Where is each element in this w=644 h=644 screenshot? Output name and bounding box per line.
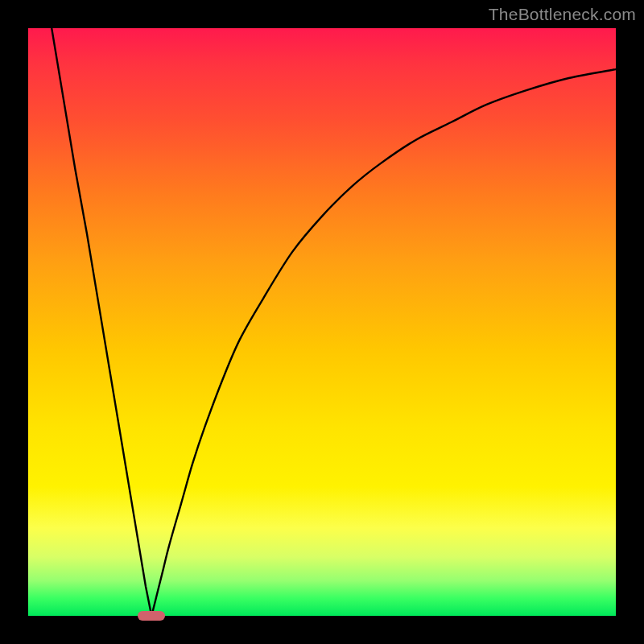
chart-frame: TheBottleneck.com (0, 0, 644, 644)
curve-right-branch (151, 69, 616, 616)
plot-area (28, 28, 616, 616)
optimum-marker (138, 611, 165, 621)
watermark-text: TheBottleneck.com (489, 5, 636, 24)
curve-left-branch (52, 28, 151, 616)
bottleneck-curve (28, 28, 616, 616)
